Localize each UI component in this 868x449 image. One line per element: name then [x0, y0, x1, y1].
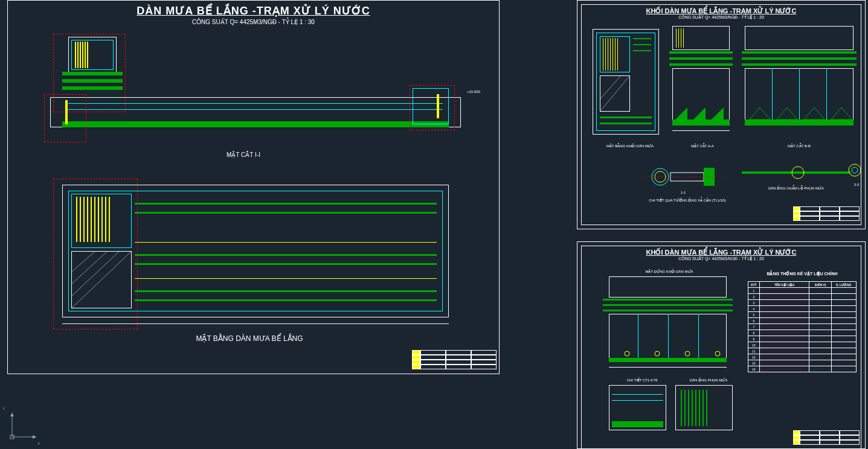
- spray-detail-2: [675, 385, 733, 430]
- svg-point-17: [715, 351, 720, 356]
- detail-22-circle: [847, 163, 862, 177]
- svg-point-15: [655, 351, 660, 356]
- section-i-i-label: MẶT CẮT I-I: [207, 151, 280, 158]
- title-block-1: [412, 350, 497, 371]
- spray-manifold: [742, 162, 850, 186]
- title-block-2: [793, 206, 860, 223]
- spray-label: DÀN ỐNG CHẨM LỖ PHUN MƯA: [757, 186, 835, 190]
- plan-khoi: [588, 26, 663, 141]
- sheet3-title: KHỐI DÀN MƯA BỂ LẮNG -TRẠM XỬ LÝ NƯỚC: [582, 249, 861, 256]
- table-row: 12: [748, 354, 857, 360]
- elev-label: MẶT ĐỨNG KHỐI DÀN MƯA: [633, 269, 706, 273]
- sheet1-subtitle: CÔNG SUẤT Q= 4425M3/NGĐ - TỶ LỆ 1 : 30: [8, 19, 499, 25]
- table-row: 8: [748, 330, 857, 336]
- table-row: 1: [748, 288, 857, 294]
- th-qty: S. LƯỢNG: [831, 282, 856, 288]
- section-bb: [742, 26, 860, 132]
- ucs-x: X: [37, 442, 40, 445]
- table-row: 11: [748, 348, 857, 354]
- svg-line-3: [71, 251, 95, 272]
- svg-point-13: [852, 167, 858, 173]
- th-name: TÊN VẬT LIỆU: [759, 282, 809, 288]
- table-row: 9: [748, 336, 857, 342]
- svg-line-1: [71, 251, 120, 296]
- svg-point-11: [792, 167, 804, 179]
- detail-pipe-label: CHI TIẾT QUA TƯỜNG ỐNG XẢ CẶN (TL1/10): [645, 198, 730, 202]
- ucs-y: Y: [2, 407, 5, 410]
- elevation-view: [603, 276, 733, 370]
- section-bb-label: MẶT CẮT B-B: [781, 144, 817, 148]
- ucs-icon: [6, 407, 42, 443]
- svg-point-16: [685, 351, 690, 356]
- table-row: 3: [748, 300, 857, 306]
- table-row: 5: [748, 312, 857, 318]
- svg-marker-21: [10, 413, 14, 416]
- title-block-3: [793, 430, 860, 447]
- sheet2-sub: CÔNG SUẤT Q= 4425M3/NGĐ - TỶ LỆ 1 : 20: [582, 15, 861, 20]
- table-row: 2: [748, 294, 857, 300]
- detail-ct: [609, 385, 666, 430]
- svg-point-14: [625, 351, 629, 356]
- sheet-2: KHỐI DÀN MƯA BỂ LẮNG -TRẠM XỬ LÝ NƯỚC CÔ…: [577, 0, 866, 229]
- table-row: 10: [748, 342, 857, 348]
- sheet-3: KHỐI DÀN MƯA BỂ LẮNG -TRẠM XỬ LÝ NƯỚC CÔ…: [577, 241, 866, 449]
- detail-22-label: 2-2: [850, 183, 863, 186]
- table-row: 6: [748, 318, 857, 324]
- spray2-label: DÀN ỐNG PHUN MƯA: [684, 378, 733, 382]
- table-title: BẢNG THỐNG KÊ VẬT LIỆU CHÍNH: [754, 272, 850, 276]
- svg-line-5: [600, 75, 621, 100]
- svg-line-4: [600, 75, 630, 112]
- plan-label: MẶT BẰNG DÀN MƯA BỂ LẮNG: [171, 334, 328, 343]
- plan-view: [50, 182, 461, 326]
- detail-11-label: 1-1: [674, 191, 692, 194]
- svg-marker-20: [33, 435, 36, 439]
- sheet3-sub: CÔNG SUẤT Q= 4425M3/NGĐ - TỶ LỆ 1 : 20: [582, 256, 861, 261]
- svg-point-12: [849, 164, 861, 176]
- sheet2-title: KHỐI DÀN MƯA BỂ LẮNG -TRẠM XỬ LÝ NƯỚC: [582, 7, 861, 15]
- detail-ct-label: CHI TIẾT CT1-KT8: [618, 378, 666, 382]
- section-aa: [669, 26, 736, 132]
- table-row: 7: [748, 324, 857, 330]
- table-row: 13: [748, 360, 857, 366]
- table-row: 14: [748, 366, 857, 372]
- th-stt: STT: [748, 282, 760, 288]
- material-table: STT TÊN VẬT LIỆU ĐƠN VỊ S. LƯỢNG 1234567…: [748, 281, 857, 372]
- section-aa-label: MẶT CẮT A-A: [684, 144, 721, 148]
- sheet-1: DÀN MƯA BỂ LẮNG -TRẠM XỬ LÝ NƯỚC CÔNG SU…: [7, 0, 500, 374]
- table-row: 4: [748, 306, 857, 312]
- sheet1-title: DÀN MƯA BỂ LẮNG -TRẠM XỬ LÝ NƯỚC: [8, 4, 499, 18]
- elev-mark: +15.000: [467, 90, 480, 94]
- th-unit: ĐƠN VỊ: [809, 282, 831, 288]
- plan-khoi-label: MẶT BẰNG KHỐI DÀN MƯA: [600, 144, 660, 148]
- section-i-i: +15.000: [50, 37, 461, 145]
- svg-rect-22: [10, 435, 14, 439]
- svg-line-0: [71, 251, 132, 308]
